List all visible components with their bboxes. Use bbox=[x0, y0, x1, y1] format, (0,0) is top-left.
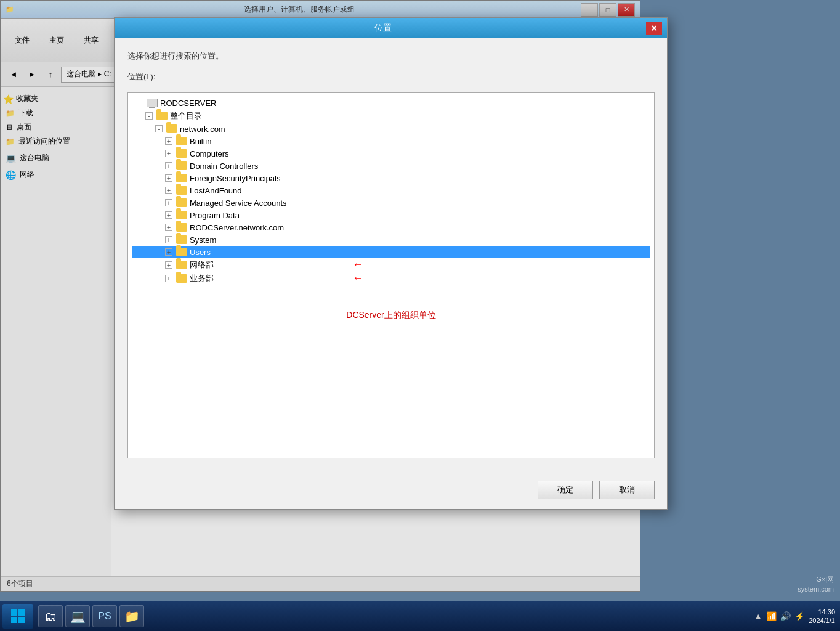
expander-computers[interactable] bbox=[164, 149, 174, 158]
terminal-icon: 💻 bbox=[70, 609, 86, 624]
watermark-line1: G×|网 bbox=[798, 575, 834, 584]
folder-icon-businessdept bbox=[176, 274, 187, 283]
expander-lostandfound[interactable] bbox=[164, 185, 174, 195]
watermark-line2: system.com bbox=[798, 585, 834, 594]
folder-icon-computers bbox=[176, 149, 187, 158]
arrow-businessdept: ← bbox=[352, 272, 363, 285]
label-businessdept: 业务部 bbox=[190, 273, 214, 284]
start-button[interactable] bbox=[2, 604, 33, 629]
dialog-annotation: DCServer上的组织单位 bbox=[346, 310, 435, 320]
folder-icon-domaincontrollers bbox=[176, 161, 187, 170]
dialog-title: 位置 bbox=[120, 23, 646, 34]
svg-rect-0 bbox=[11, 609, 17, 616]
tray-arrow-icon[interactable]: ▲ bbox=[754, 611, 762, 621]
cancel-button[interactable]: 取消 bbox=[599, 481, 655, 499]
tree-item-networkdept[interactable]: 网络部 ← bbox=[132, 258, 650, 272]
dialog-instruction: 选择你想进行搜索的位置。 bbox=[127, 51, 655, 62]
server-icon-rodcserver bbox=[147, 99, 158, 107]
label-system: System bbox=[190, 235, 216, 245]
expander-networkcom[interactable] bbox=[154, 124, 164, 134]
label-lostandfound: LostAndFound bbox=[190, 186, 242, 195]
label-networkdept: 网络部 bbox=[190, 259, 214, 271]
tree-item-rodcserverfqdn[interactable]: RODCServer.network.com bbox=[132, 221, 650, 234]
folder-icon-lostandfound bbox=[176, 186, 187, 195]
tree-item-foreignsecurity[interactable]: ForeignSecurityPrincipals bbox=[132, 172, 650, 184]
taskbar-items: 🗂 💻 PS 📁 bbox=[33, 605, 749, 627]
taskbar-item-explorer2[interactable]: 📁 bbox=[119, 605, 144, 627]
folder-icon-programdata bbox=[176, 211, 187, 219]
tray-date-display: 2024/1/1 bbox=[809, 616, 835, 625]
folder-icon-users bbox=[176, 248, 187, 256]
tree-item-managedservice[interactable]: Managed Service Accounts bbox=[132, 197, 650, 209]
desktop: 📁 选择用户、计算机、服务帐户或组 ─ □ ✕ 文件 主页 共享 查看 ◄ ► … bbox=[0, 0, 840, 631]
folder-icon-foreignsecurity bbox=[176, 174, 187, 182]
expander-foreignsecurity[interactable] bbox=[164, 173, 174, 183]
expander-programdata[interactable] bbox=[164, 210, 174, 220]
expander-managedservice[interactable] bbox=[164, 198, 174, 208]
taskbar-tray: ▲ 📶 🔊 ⚡ 14:30 2024/1/1 bbox=[749, 608, 840, 625]
expander-users[interactable] bbox=[164, 247, 174, 257]
dialog-tree-container[interactable]: RODCSERVER 整个目录 network.com bbox=[127, 92, 655, 458]
expander-businessdept[interactable] bbox=[164, 274, 174, 283]
dialog-footer: 确定 取消 bbox=[115, 471, 667, 509]
label-programdata: Program Data bbox=[190, 211, 240, 220]
windows-logo-icon bbox=[10, 609, 25, 624]
folder-icon-alldir bbox=[156, 112, 168, 120]
tree-item-lostandfound[interactable]: LostAndFound bbox=[132, 184, 650, 197]
expander-domaincontrollers[interactable] bbox=[164, 161, 174, 171]
label-networkcom: network.com bbox=[180, 124, 225, 134]
folder-icon-system bbox=[176, 235, 187, 244]
tree-item-rodcserver[interactable]: RODCSERVER bbox=[132, 97, 650, 109]
dialog-body: 选择你想进行搜索的位置。 位置(L): RODCSERVER 整个目录 bbox=[115, 38, 667, 471]
powershell-icon: PS bbox=[98, 611, 111, 622]
arrow-networkdept: ← bbox=[352, 258, 363, 271]
expander-rodcserverfqdn[interactable] bbox=[164, 222, 174, 232]
svg-rect-3 bbox=[18, 617, 25, 623]
expander-system[interactable] bbox=[164, 235, 174, 245]
label-alldir: 整个目录 bbox=[170, 110, 202, 121]
folder-icon-networkcom bbox=[166, 124, 177, 133]
tray-time-display: 14:30 bbox=[809, 608, 835, 616]
tree-item-businessdept[interactable]: 业务部 ← bbox=[132, 272, 650, 285]
tree-item-builtin[interactable]: Builtin bbox=[132, 135, 650, 147]
ok-button[interactable]: 确定 bbox=[538, 481, 593, 499]
expander-alldir[interactable] bbox=[144, 111, 154, 121]
label-foreignsecurity: ForeignSecurityPrincipals bbox=[190, 174, 280, 183]
tray-clock[interactable]: 14:30 2024/1/1 bbox=[809, 608, 835, 625]
tray-power-icon[interactable]: ⚡ bbox=[794, 611, 805, 621]
folder-icon-networkdept bbox=[176, 261, 187, 269]
dialog-location-label: 位置(L): bbox=[127, 71, 655, 83]
dialog-overlay: 位置 ✕ 选择你想进行搜索的位置。 位置(L): RODCSERVER bbox=[0, 0, 840, 631]
explorer2-icon: 📁 bbox=[124, 609, 140, 624]
dialog-titlebar: 位置 ✕ bbox=[115, 18, 667, 38]
label-domaincontrollers: Domain Controllers bbox=[190, 161, 258, 171]
tree-item-computers[interactable]: Computers bbox=[132, 147, 650, 160]
tray-sound-icon[interactable]: 🔊 bbox=[780, 611, 791, 621]
label-rodcserverfqdn: RODCServer.network.com bbox=[190, 223, 284, 232]
tree-item-users[interactable]: Users bbox=[132, 246, 650, 258]
svg-rect-2 bbox=[11, 617, 17, 623]
label-users: Users bbox=[190, 248, 211, 257]
folder-icon-builtin bbox=[176, 137, 187, 145]
tree-item-alldir[interactable]: 整个目录 bbox=[132, 109, 650, 123]
watermark: G×|网 system.com bbox=[798, 575, 834, 594]
tree-item-networkcom[interactable]: network.com bbox=[132, 123, 650, 135]
label-builtin: Builtin bbox=[190, 137, 211, 146]
location-dialog: 位置 ✕ 选择你想进行搜索的位置。 位置(L): RODCSERVER bbox=[114, 17, 668, 510]
taskbar-item-terminal[interactable]: 💻 bbox=[65, 605, 90, 627]
expander-builtin[interactable] bbox=[164, 136, 174, 146]
dialog-close-button[interactable]: ✕ bbox=[646, 22, 662, 35]
tree-item-system[interactable]: System bbox=[132, 234, 650, 246]
taskbar-item-powershell[interactable]: PS bbox=[92, 605, 117, 627]
label-computers: Computers bbox=[190, 149, 229, 158]
tray-network-icon[interactable]: 📶 bbox=[766, 611, 777, 621]
svg-rect-1 bbox=[18, 609, 25, 616]
label-rodcserver: RODCSERVER bbox=[160, 99, 217, 108]
label-managedservice: Managed Service Accounts bbox=[190, 198, 287, 208]
tree-item-programdata[interactable]: Program Data bbox=[132, 209, 650, 221]
expander-networkdept[interactable] bbox=[164, 260, 174, 270]
folder-icon-managedservice bbox=[176, 198, 187, 207]
taskbar-item-fileexplorer[interactable]: 🗂 bbox=[38, 605, 63, 627]
tree-item-domaincontrollers[interactable]: Domain Controllers bbox=[132, 160, 650, 172]
expander-rodcserver[interactable] bbox=[134, 98, 144, 108]
